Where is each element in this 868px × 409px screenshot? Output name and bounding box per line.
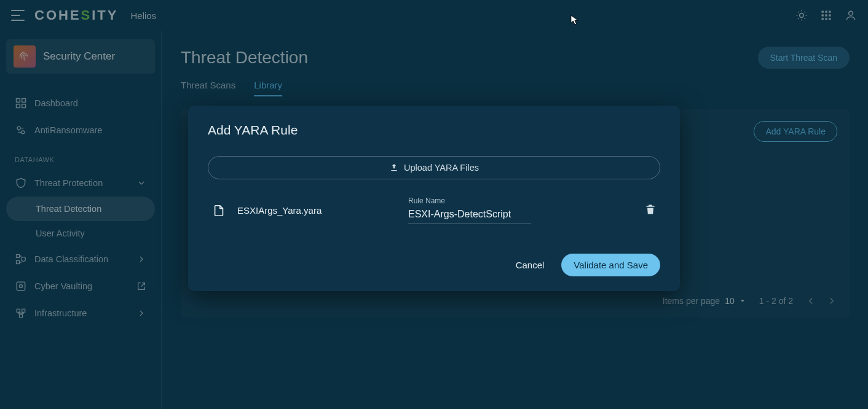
add-yara-rule-modal: Add YARA Rule Upload YARA Files ESXIArgs… — [188, 106, 680, 291]
sidebar-group-datahawk: DATAHAWK — [6, 144, 155, 169]
uploaded-file-row: ESXIArgs_Yara.yara Rule Name — [208, 194, 660, 227]
cancel-button[interactable]: Cancel — [516, 260, 545, 270]
page-next-button[interactable] — [826, 295, 837, 306]
delete-file-button[interactable] — [644, 203, 657, 218]
antiransomware-icon — [15, 124, 27, 136]
svg-rect-22 — [17, 309, 20, 312]
shield-icon — [15, 177, 27, 189]
tabs: Threat Scans Library — [181, 80, 850, 96]
svg-point-10 — [849, 11, 853, 15]
items-per-page-select[interactable]: 10 — [725, 296, 747, 306]
vault-icon — [15, 280, 27, 292]
page-prev-button[interactable] — [805, 295, 816, 306]
chevron-right-icon — [136, 308, 146, 318]
upload-label: Upload YARA Files — [404, 163, 479, 173]
brand-logo: COHESITY — [34, 7, 118, 23]
chevron-down-icon — [136, 178, 146, 188]
svg-rect-17 — [17, 255, 20, 258]
infrastructure-icon — [15, 307, 27, 319]
svg-rect-18 — [17, 261, 20, 264]
dashboard-icon — [15, 97, 27, 109]
tab-library[interactable]: Library — [254, 80, 282, 96]
svg-rect-1 — [822, 11, 824, 13]
svg-rect-20 — [17, 282, 25, 290]
sidebar: Security Center Dashboard AntiRansomware… — [0, 31, 162, 409]
upload-icon — [389, 163, 399, 173]
svg-rect-24 — [20, 314, 23, 317]
apps-grid-icon[interactable] — [820, 9, 832, 21]
sidebar-item-label: Dashboard — [34, 98, 78, 108]
svg-point-19 — [22, 257, 26, 262]
file-icon — [211, 204, 226, 217]
sidebar-item-user-activity[interactable]: User Activity — [6, 221, 155, 246]
trash-icon — [644, 203, 657, 216]
sidebar-item-cyber-vaulting[interactable]: Cyber Vaulting — [6, 273, 155, 300]
rule-name-label: Rule Name — [408, 197, 531, 205]
app-header: COHESITY Helios — [0, 0, 868, 31]
sidebar-item-label: Threat Protection — [34, 178, 103, 188]
svg-rect-2 — [825, 11, 827, 13]
theme-toggle-icon[interactable] — [795, 9, 808, 21]
uploaded-file-name: ESXIArgs_Yara.yara — [237, 205, 397, 216]
svg-rect-12 — [22, 99, 26, 103]
svg-rect-14 — [22, 104, 26, 108]
sidebar-item-infrastructure[interactable]: Infrastructure — [6, 300, 155, 327]
items-per-page-label: Items per page — [663, 296, 720, 306]
sidebar-item-antiransomware[interactable]: AntiRansomware — [6, 117, 155, 144]
validate-and-save-button[interactable]: Validate and Save — [561, 254, 660, 276]
sidebar-item-label: Threat Detection — [36, 204, 101, 214]
user-account-icon[interactable] — [845, 9, 857, 21]
sidebar-item-threat-detection[interactable]: Threat Detection — [6, 197, 155, 221]
svg-rect-7 — [822, 18, 824, 20]
sidebar-item-threat-protection[interactable]: Threat Protection — [6, 169, 155, 197]
svg-rect-11 — [17, 99, 20, 103]
svg-point-0 — [800, 14, 804, 18]
fingerprint-icon — [14, 45, 36, 68]
tab-threat-scans[interactable]: Threat Scans — [181, 80, 235, 96]
sidebar-item-label: Infrastructure — [34, 308, 87, 318]
app-name: Helios — [130, 10, 156, 21]
pagination: Items per page 10 1 - 2 of 2 — [663, 295, 837, 306]
page-title: Threat Detection — [181, 48, 308, 68]
sidebar-section-label: Security Center — [43, 50, 115, 63]
modal-title: Add YARA Rule — [208, 123, 660, 138]
add-yara-rule-button[interactable]: Add YARA Rule — [754, 121, 837, 142]
svg-rect-6 — [829, 14, 831, 16]
sidebar-item-label: Data Classification — [34, 254, 108, 264]
start-threat-scan-button[interactable]: Start Threat Scan — [758, 47, 850, 69]
svg-rect-5 — [825, 14, 827, 16]
upload-yara-files-button[interactable]: Upload YARA Files — [208, 156, 660, 179]
svg-rect-23 — [22, 309, 25, 312]
pagination-range: 1 - 2 of 2 — [759, 296, 793, 306]
svg-rect-8 — [825, 18, 827, 20]
sidebar-item-data-classification[interactable]: Data Classification — [6, 246, 155, 273]
svg-rect-9 — [829, 18, 831, 20]
svg-point-16 — [22, 131, 25, 134]
external-link-icon — [136, 281, 146, 291]
svg-rect-13 — [17, 104, 20, 108]
sidebar-section-security-center[interactable]: Security Center — [6, 39, 155, 74]
sidebar-item-label: Cyber Vaulting — [34, 281, 92, 291]
svg-point-21 — [20, 285, 23, 288]
sidebar-item-label: AntiRansomware — [34, 125, 102, 135]
classification-icon — [15, 253, 27, 265]
sidebar-item-label: User Activity — [36, 228, 85, 238]
menu-toggle-icon[interactable] — [11, 10, 25, 21]
chevron-right-icon — [136, 254, 146, 264]
svg-rect-4 — [822, 14, 824, 16]
svg-point-15 — [17, 127, 20, 130]
sidebar-item-dashboard[interactable]: Dashboard — [6, 90, 155, 117]
svg-rect-3 — [829, 11, 831, 13]
rule-name-input[interactable] — [408, 208, 531, 224]
